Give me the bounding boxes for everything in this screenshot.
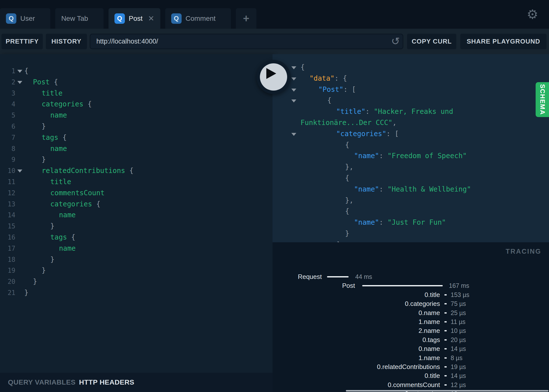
schema-side-tab-label: SCHEMA [539,84,546,115]
close-tab-icon[interactable]: ✕ [148,15,154,22]
trace-row-2-name: 2.name10 µs [273,326,549,335]
code-text: } [42,265,46,276]
tracing-rows: Request44 msPost167 ms0.title153 µs0.cat… [273,272,549,392]
token-p: : [379,218,387,226]
fold-arrow-icon[interactable] [17,170,22,172]
query-editor-line[interactable]: 19} [0,265,273,276]
query-operation-badge: Q [114,13,125,24]
fold-arrow-icon[interactable] [17,70,22,73]
fold-gutter [15,243,24,254]
token-p: { [345,141,349,149]
response-line: { [273,173,549,184]
query-editor-line[interactable]: 14name [0,210,273,221]
settings-gear-icon[interactable]: ⚙ [527,7,538,22]
query-editor-line[interactable]: 18} [0,254,273,265]
refresh-schema-icon[interactable]: ↺ [391,35,400,47]
code-text: categories { [42,99,92,110]
query-editor-line[interactable]: 6} [0,121,273,132]
query-editor-line[interactable]: 3title [0,88,273,99]
query-editor-pane[interactable]: 1{2Post {3title4categories {5name6}7tags… [0,54,273,392]
code-text: } [50,254,55,265]
fold-gutter [290,140,301,151]
tab-new-tab[interactable]: New Tab [55,8,103,29]
fold-arrow-icon[interactable] [17,81,22,84]
line-number: 1 [0,66,15,77]
fold-arrow-icon[interactable] [291,133,296,136]
fold-arrow-icon[interactable] [291,99,296,102]
tab-query-variables[interactable]: QUERY VARIABLES [8,373,76,392]
query-editor-line[interactable]: 12commentsCount [0,188,273,199]
token-kb: "categories" [336,130,386,138]
history-button[interactable]: HISTORY [46,34,87,49]
code-text: name [50,143,67,154]
trace-duration-value: 8 µs [451,353,463,362]
token-f: title [42,89,62,97]
fold-gutter [290,106,301,117]
query-editor-line[interactable]: 1{ [0,66,273,77]
fold-gutter [15,254,24,265]
token-p: }, [345,163,354,171]
query-editor-line[interactable]: 15} [0,221,273,232]
query-editor-line[interactable]: 16tags { [0,232,273,243]
line-number: 11 [0,176,15,188]
trace-row-post: Post167 ms [273,281,549,290]
endpoint-url-input[interactable] [90,34,403,49]
schema-side-tab[interactable]: SCHEMA [536,82,549,117]
response-pane[interactable]: {"data": {"Post": [{"title": "Hacker, Fr… [273,54,549,242]
tab-http-headers[interactable]: HTTP HEADERS [79,373,134,392]
trace-duration-bar [444,321,447,322]
query-editor-line[interactable]: 2Post { [0,77,273,88]
query-editor-line[interactable]: 5name [0,110,273,121]
code-text: "name": "Just For Fun" [354,217,446,228]
trace-resolver-label: Post [273,281,355,290]
execute-query-button[interactable] [256,60,291,94]
prettify-button[interactable]: PRETTIFY [1,34,43,49]
code-text: { [301,62,305,73]
query-editor-line[interactable]: 13categories { [0,199,273,210]
token-p: { [301,63,305,71]
query-editor-line[interactable]: 9} [0,154,273,165]
copy-curl-button[interactable]: COPY CURL [407,34,456,49]
token-f: relatedContributions [42,167,125,175]
new-tab-button[interactable]: + [236,8,256,29]
code-text: title [42,88,62,99]
tab-post[interactable]: QPost✕ [109,8,160,29]
trace-duration-value: 167 ms [449,281,469,290]
share-playground-button[interactable]: SHARE PLAYGROUND [460,34,547,49]
trace-duration-value: 12 µs [451,380,466,389]
fold-gutter [290,73,301,84]
trace-duration-bar [444,375,447,376]
tab-comment[interactable]: QComment [165,8,231,29]
token-f: tags [50,233,67,241]
fold-arrow-icon[interactable] [291,89,296,92]
query-editor-line[interactable]: 21} [0,287,273,298]
trace-duration-bar [444,312,447,314]
tab-user[interactable]: QUser [0,8,50,29]
response-line: Funktionäre...Der CCC", [273,117,549,128]
line-number: 17 [0,243,15,254]
trace-resolver-label: 0.categories [273,299,440,308]
line-number: 8 [0,143,15,154]
tab-label: Comment [186,15,216,23]
tab-bar: QUserNew TabQPost✕QComment+ ⚙ [0,0,549,29]
tracing-horizontal-scrollbar[interactable] [346,390,549,392]
query-editor-line[interactable]: 7tags { [0,132,273,143]
query-editor-line[interactable]: 20} [0,276,273,287]
query-editor-line[interactable]: 10relatedContributions { [0,165,273,176]
query-editor-line[interactable]: 4categories { [0,99,273,110]
query-editor[interactable]: 1{2Post {3title4categories {5name6}7tags… [0,54,273,298]
trace-resolver-label: 0.commentsCount [273,380,440,389]
fold-gutter [15,210,24,221]
fold-arrow-icon[interactable] [291,66,296,69]
query-editor-line[interactable]: 8name [0,143,273,154]
code-text: name [59,210,76,221]
fold-arrow-icon[interactable] [291,77,296,80]
trace-duration-bar [444,294,447,295]
token-p: } [345,229,349,238]
query-editor-line[interactable]: 17name [0,243,273,254]
query-editor-line[interactable]: 11title [0,176,273,188]
trace-duration-bar [327,276,349,277]
fold-gutter [15,121,24,132]
trace-resolver-label: 0.name [273,308,440,317]
trace-duration-bar [444,303,447,304]
